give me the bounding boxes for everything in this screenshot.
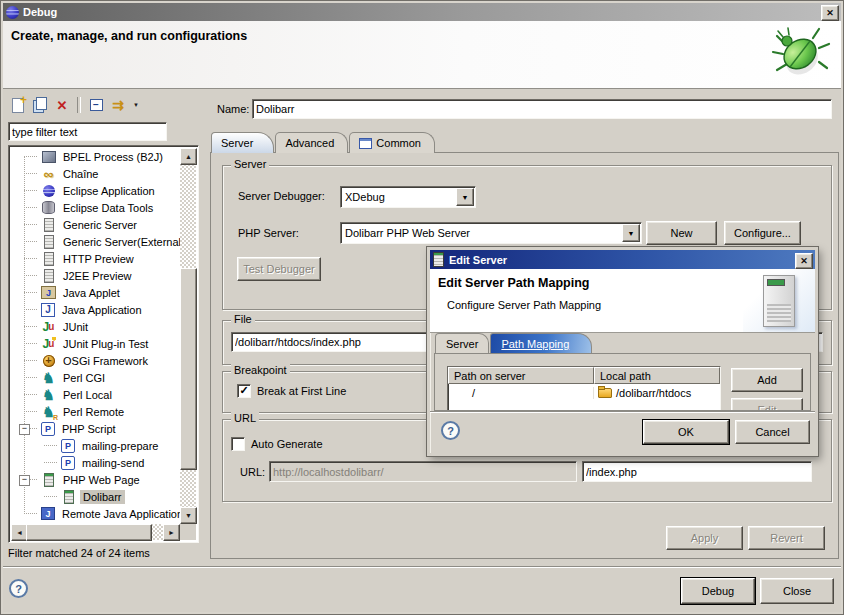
php-server-label: PHP Server: [238, 227, 299, 239]
tree-item-icon [41, 269, 56, 283]
scroll-right-button[interactable]: ► [163, 524, 180, 541]
tab-label: Advanced [285, 137, 334, 149]
tree-item[interactable]: − PHP Script [11, 420, 180, 437]
column-path-on-server[interactable]: Path on server [448, 367, 594, 384]
tree-item-icon [41, 218, 56, 232]
server-path-cell: / [448, 387, 594, 399]
tree-item-icon [41, 422, 55, 436]
tree-item-icon [41, 320, 56, 334]
tree-expander-icon[interactable]: − [19, 424, 30, 435]
close-button[interactable]: Close [760, 578, 834, 604]
dialog-tabs: Server Path Mapping [430, 333, 815, 353]
tree-horizontal-scrollbar[interactable]: ◄ ► [11, 524, 180, 540]
dialog-close-button[interactable]: ✕ [795, 253, 813, 269]
url-path-input[interactable] [583, 462, 811, 481]
cancel-button[interactable]: Cancel [735, 420, 810, 444]
dialog-help-button[interactable]: ? [441, 421, 460, 440]
tree-item-icon [41, 473, 56, 487]
combo-arrow-icon[interactable]: ▼ [456, 188, 474, 206]
tree-item[interactable]: − Chaîne [11, 165, 180, 182]
path-mapping-table[interactable]: Path on server Local path / /dolibarr/ht… [447, 366, 721, 411]
tree-item-label: HTTP Preview [60, 252, 137, 266]
tree-item-label: PHP Script [59, 422, 119, 436]
tree-item-icon [41, 303, 55, 317]
dialog-tab[interactable]: Path Mapping [490, 333, 592, 353]
tree-item[interactable]: − Remote Java Application [11, 505, 180, 522]
name-input[interactable] [253, 100, 831, 118]
dialog-button-bar: ? OK Cancel [430, 411, 815, 455]
tree-item[interactable]: − Perl CGI [11, 369, 180, 386]
tree-item-icon [41, 507, 55, 520]
revert-button[interactable]: Revert [748, 526, 825, 550]
tree-vertical-scrollbar[interactable]: ▲ ▼ [180, 148, 196, 524]
auto-generate-checkbox[interactable]: ✓ [231, 437, 245, 451]
add-mapping-button[interactable]: Add [731, 368, 803, 392]
configure-server-button[interactable]: Configure... [724, 221, 801, 245]
debug-button[interactable]: Debug [681, 578, 755, 604]
duplicate-configuration-button[interactable] [30, 96, 50, 114]
vertical-scroll-thumb[interactable] [180, 268, 197, 470]
tree-item[interactable]: − Generic Server [11, 216, 180, 233]
tree-item-icon [41, 337, 56, 351]
dialog-banner: Edit Server Path Mapping Configure Serve… [430, 269, 815, 333]
tree-item[interactable]: − Perl Local [11, 386, 180, 403]
tree-item-label: Perl Remote [60, 405, 127, 419]
server-debugger-combo[interactable]: XDebug ▼ [340, 186, 476, 208]
tree-item[interactable]: − Generic Server(External La [11, 233, 180, 250]
filter-input[interactable] [9, 123, 166, 140]
tree-item[interactable]: − Java Applet [11, 284, 180, 301]
help-button[interactable]: ? [9, 579, 28, 598]
new-server-button[interactable]: New [646, 221, 717, 245]
tree-expander-icon[interactable]: − [19, 475, 30, 486]
scroll-down-button[interactable]: ▼ [180, 507, 197, 524]
tree-item[interactable]: − J2EE Preview [11, 267, 180, 284]
tree-item[interactable]: − Eclipse Data Tools [11, 199, 180, 216]
file-group-label: File [231, 313, 255, 325]
tree-item[interactable]: − mailing-send [11, 454, 180, 471]
tree-item[interactable]: − PHP Web Page [11, 471, 180, 488]
ok-button[interactable]: OK [643, 420, 729, 444]
toolbar-menu-button[interactable] [130, 96, 142, 114]
table-row[interactable]: / /dolibarr/htdocs [448, 384, 720, 401]
dialog-title: Edit Server [449, 254, 507, 266]
tree-item-icon [41, 286, 56, 299]
dialog-tab-label: Path Mapping [501, 338, 569, 350]
tree-item[interactable]: − Java Application [11, 301, 180, 318]
filter-configurations-button[interactable] [108, 96, 128, 114]
tree-item[interactable]: − Dolibarr [11, 488, 180, 505]
tree-item[interactable]: − OSGi Framework [11, 352, 180, 369]
tree-item[interactable]: − BPEL Process (B2J) [11, 148, 180, 165]
collapse-all-button[interactable] [86, 96, 106, 114]
tree-item-label: Dolibarr [80, 490, 125, 504]
break-first-line-checkbox[interactable]: ✓ [237, 384, 251, 398]
config-tab[interactable]: Common [349, 132, 435, 153]
tree-item[interactable]: − Perl Remote [11, 403, 180, 420]
delete-configuration-button[interactable] [52, 96, 72, 114]
tree-item-icon [41, 354, 56, 368]
footer-separator [3, 566, 841, 568]
dialog-tab[interactable]: Server [435, 333, 489, 353]
tree-item[interactable]: − JUnit [11, 318, 180, 335]
php-server-value: Dolibarr PHP Web Server [345, 227, 470, 239]
horizontal-scroll-thumb[interactable] [26, 524, 152, 541]
combo-arrow-icon[interactable]: ▼ [622, 224, 640, 242]
test-debugger-button[interactable]: Test Debugger [237, 257, 321, 281]
window-close-button[interactable]: ✕ [821, 5, 839, 21]
tree-item[interactable]: − mailing-prepare [11, 437, 180, 454]
window-title: Debug [23, 6, 57, 18]
php-server-combo[interactable]: Dolibarr PHP Web Server ▼ [340, 222, 642, 244]
edit-mapping-button[interactable]: Edit [731, 398, 803, 411]
tree-item-icon [41, 201, 56, 215]
tree-item[interactable]: − HTTP Preview [11, 250, 180, 267]
tree-item[interactable]: − JUnit Plug-in Test [11, 335, 180, 352]
auto-generate-label: Auto Generate [251, 438, 323, 450]
apply-button[interactable]: Apply [666, 526, 743, 550]
new-configuration-button[interactable] [8, 96, 28, 114]
config-tab[interactable]: Advanced [275, 132, 348, 153]
header-banner: Create, manage, and run configurations [3, 21, 841, 89]
tree-item[interactable]: − Eclipse Application [11, 182, 180, 199]
config-tab[interactable]: Server [211, 132, 274, 153]
scroll-up-button[interactable]: ▲ [180, 148, 197, 165]
column-local-path[interactable]: Local path [594, 367, 720, 384]
folder-icon [598, 388, 612, 398]
